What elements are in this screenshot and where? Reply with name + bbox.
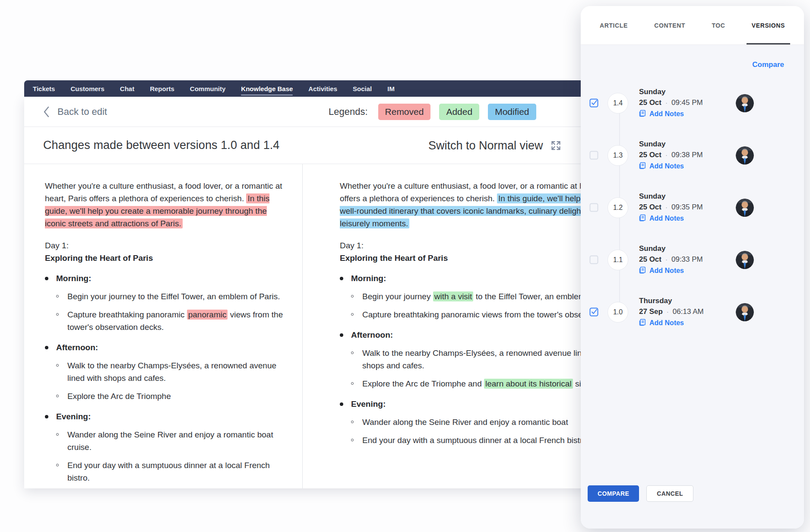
version-day: Sunday xyxy=(639,140,703,149)
diff-sub: Begin your journey to the Eiffel Tower, … xyxy=(56,290,287,303)
panel-tabs: ARTICLECONTENTTOCVERSIONS xyxy=(581,6,804,45)
switch-normal-view-label: Switch to Normal view xyxy=(428,139,543,152)
version-day: Sunday xyxy=(639,192,703,201)
tab-content[interactable]: CONTENT xyxy=(654,6,685,44)
compare-header-row: Changes made between versions 1.0 and 1.… xyxy=(24,127,617,164)
diff-sub: Wander along the Seine River and enjoy a… xyxy=(56,428,287,453)
compare-button[interactable]: COMPARE xyxy=(588,485,639,502)
add-notes-link[interactable]: Add Notes xyxy=(639,266,703,276)
versions-list: 1.4Sunday25 Oct·09:45 PMAdd Notes1.3Sund… xyxy=(581,77,804,338)
versions-panel: ARTICLECONTENTTOCVERSIONS Compare 1.4Sun… xyxy=(581,6,804,529)
nav-item-tickets[interactable]: Tickets xyxy=(33,80,55,97)
version-item-1.0: 1.0Thursday27 Sep·06:13 AMAdd Notes xyxy=(581,286,804,338)
diff-sub: Explore the Arc de Triomphe and learn ab… xyxy=(351,377,617,390)
version-details: Sunday25 Oct·09:45 PMAdd Notes xyxy=(639,88,703,119)
avatar xyxy=(736,199,754,217)
version-checkbox-1.0-checked[interactable] xyxy=(589,307,598,317)
add-notes-link[interactable]: Add Notes xyxy=(639,319,704,328)
nav-item-customers[interactable]: Customers xyxy=(70,80,104,97)
cancel-button[interactable]: CANCEL xyxy=(646,485,693,502)
nav-item-knowledge-base[interactable]: Knowledge Base xyxy=(241,80,293,97)
diff-p: Whether you're a culture enthusiast, a f… xyxy=(340,180,617,230)
sub-bullet-icon xyxy=(56,390,67,402)
tab-toc[interactable]: TOC xyxy=(712,6,725,44)
version-number-badge: 1.4 xyxy=(608,93,628,114)
nav-item-chat[interactable]: Chat xyxy=(120,80,134,97)
legends-label: Legends: xyxy=(329,106,368,117)
tab-article[interactable]: ARTICLE xyxy=(600,6,628,44)
bullet-icon xyxy=(45,341,56,354)
version-day: Sunday xyxy=(639,244,703,253)
diff-bullet: Evening: xyxy=(340,398,617,410)
version-datetime: 25 Oct·09:38 PM xyxy=(639,151,703,159)
diff-added-highlight: with a visit xyxy=(433,291,474,301)
back-to-edit-button[interactable]: Back to edit xyxy=(43,106,107,117)
avatar xyxy=(736,251,754,269)
diff-sub: Begin your journey with a visit to the E… xyxy=(351,290,617,303)
version-number-badge: 1.3 xyxy=(608,145,628,166)
diff-p: Whether you're a culture enthusiast, a f… xyxy=(45,180,287,230)
version-datetime: 25 Oct·09:35 PM xyxy=(639,203,703,212)
version-number-badge: 1.0 xyxy=(608,302,628,323)
nav-item-social[interactable]: Social xyxy=(353,80,372,97)
version-details: Sunday25 Oct·09:33 PMAdd Notes xyxy=(639,244,703,276)
legend-badge-modified: Modified xyxy=(488,104,536,120)
tab-versions[interactable]: VERSIONS xyxy=(752,6,785,44)
version-checkbox-1.2[interactable] xyxy=(589,203,598,212)
compare-view-card: Back to edit Legends: RemovedAddedModifi… xyxy=(24,97,617,488)
version-checkbox-1.1[interactable] xyxy=(589,255,598,264)
version-details: Sunday25 Oct·09:38 PMAdd Notes xyxy=(639,140,703,171)
version-checkbox-1.4-checked[interactable] xyxy=(589,98,598,108)
legend-badge-added: Added xyxy=(439,104,479,120)
add-notes-link[interactable]: Add Notes xyxy=(639,110,703,119)
version-details: Thursday27 Sep·06:13 AMAdd Notes xyxy=(639,297,704,328)
diff-sub: End your day with a sumptuous dinner at … xyxy=(351,434,617,446)
expand-icon xyxy=(550,139,562,151)
diff-sub: Wander along the Seine River and enjoy a… xyxy=(351,416,617,428)
compare-toolbar: Back to edit Legends: RemovedAddedModifi… xyxy=(24,97,617,127)
note-icon xyxy=(639,162,646,171)
diff-sub: Walk to the nearby Champs-Elysées, a ren… xyxy=(56,359,287,384)
diff-added-highlight: learn about its historical xyxy=(484,379,573,389)
sub-bullet-icon xyxy=(351,416,362,428)
versions-panel-body: Compare 1.4Sunday25 Oct·09:45 PMAdd Note… xyxy=(581,45,804,529)
note-icon xyxy=(639,319,646,328)
diff-line: Day 1: xyxy=(340,239,617,252)
version-day: Thursday xyxy=(639,297,704,305)
back-to-edit-label: Back to edit xyxy=(57,106,107,117)
diff-bullet: Afternoon: xyxy=(45,341,287,354)
chevron-left-icon xyxy=(43,106,50,117)
bullet-icon xyxy=(45,410,56,423)
avatar xyxy=(736,94,754,112)
version-details: Sunday25 Oct·09:35 PMAdd Notes xyxy=(639,192,703,223)
sub-bullet-icon xyxy=(56,308,67,333)
diff-line: Day 1: xyxy=(45,239,287,252)
version-item-1.4: 1.4Sunday25 Oct·09:45 PMAdd Notes xyxy=(581,77,804,129)
diff-column-old: Whether you're a culture enthusiast, a f… xyxy=(45,164,287,488)
sub-bullet-icon xyxy=(56,428,67,453)
add-notes-link[interactable]: Add Notes xyxy=(639,162,703,171)
compare-link[interactable]: Compare xyxy=(752,60,784,69)
diff-removed-highlight: panoramic xyxy=(187,310,228,320)
version-item-1.1: 1.1Sunday25 Oct·09:33 PMAdd Notes xyxy=(581,234,804,286)
diff-sub: Walk to the nearby Champs-Elysées, a ren… xyxy=(351,347,617,372)
avatar xyxy=(736,146,754,165)
nav-item-im[interactable]: IM xyxy=(387,80,395,97)
diff-sub: End your day with a sumptuous dinner at … xyxy=(56,459,287,484)
diff-sub: Capture breathtaking panoramic panoramic… xyxy=(56,308,287,333)
version-number-badge: 1.1 xyxy=(608,250,628,270)
sub-bullet-icon xyxy=(351,377,362,390)
nav-item-community[interactable]: Community xyxy=(190,80,226,97)
nav-item-reports[interactable]: Reports xyxy=(150,80,174,97)
sub-bullet-icon xyxy=(56,459,67,484)
add-notes-link[interactable]: Add Notes xyxy=(639,214,703,223)
note-icon xyxy=(639,110,646,119)
panel-actions: COMPARE CANCEL xyxy=(588,485,693,502)
nav-item-activities[interactable]: Activities xyxy=(308,80,337,97)
switch-normal-view-button[interactable]: Switch to Normal view xyxy=(428,139,562,152)
version-checkbox-1.3[interactable] xyxy=(589,151,598,160)
nav-items: TicketsCustomersChatReportsCommunityKnow… xyxy=(33,80,395,97)
diff-column-new: Whether you're a culture enthusiast, a f… xyxy=(302,164,617,488)
diff-line-bold: Exploring the Heart of Paris xyxy=(340,252,617,264)
version-number-badge: 1.2 xyxy=(608,197,628,218)
